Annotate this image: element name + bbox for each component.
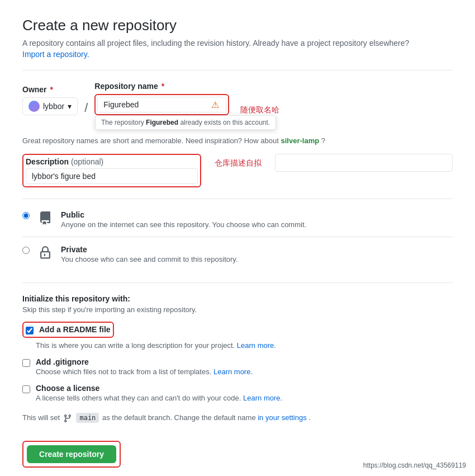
description-right-input[interactable]: [275, 154, 453, 172]
slash-separator: /: [82, 101, 90, 115]
owner-field: Owner * lybbor ▾: [22, 85, 78, 115]
private-label: Private: [61, 245, 238, 254]
owner-select[interactable]: lybbor ▾: [22, 97, 78, 115]
watermark: https://blog.csdn.net/qq_43569119: [363, 461, 466, 469]
description-section: Description (optional) 仓库描述自拟: [22, 154, 453, 187]
gitignore-label: Add .gitignore: [36, 357, 253, 366]
public-icon: [36, 209, 54, 227]
license-text: Choose a license A license tells others …: [36, 384, 282, 402]
public-label: Public: [61, 210, 306, 219]
repo-name-required: *: [159, 82, 164, 91]
readme-description: This is where you can write a long descr…: [36, 341, 453, 350]
warning-icon: ⚠: [207, 100, 224, 110]
gitignore-description: Choose which files not to track from a l…: [36, 367, 253, 376]
repo-name-field: Repository name * ⚠: [94, 82, 229, 115]
repo-name-input-container: ⚠: [97, 97, 226, 112]
private-radio[interactable]: [22, 247, 30, 254]
tooltip-repo-name: Figurebed: [146, 119, 178, 126]
owner-name: lybbor: [43, 102, 64, 111]
public-description: Anyone on the internet can see this repo…: [61, 220, 306, 229]
license-learn-more[interactable]: Learn more.: [243, 394, 282, 402]
readme-checkbox[interactable]: [26, 327, 34, 334]
init-title: Initialize this repository with:: [22, 294, 453, 303]
repo-name-highlight-box: ⚠: [94, 94, 229, 115]
repo-exists-tooltip: The repository Figurebed already exists …: [95, 115, 276, 130]
init-divider: [22, 282, 453, 283]
public-option: Public Anyone on the internet can see th…: [22, 210, 453, 237]
public-radio[interactable]: [22, 212, 30, 219]
import-link[interactable]: Import a repository.: [22, 50, 89, 59]
branch-badge: main: [76, 413, 99, 423]
license-description: A license tells others what they can and…: [36, 394, 282, 402]
private-description: You choose who can see and commit to thi…: [61, 255, 238, 263]
branch-settings-link[interactable]: in your settings: [258, 413, 306, 422]
section-divider: [22, 70, 453, 70]
readme-text: Add a README file: [39, 325, 111, 334]
private-text: Private You choose who can see and commi…: [61, 245, 238, 263]
owner-label: Owner *: [22, 85, 78, 94]
init-subtitle: Skip this step if you're importing an ex…: [22, 305, 453, 314]
page-title: Create a new repository: [22, 17, 453, 34]
gitignore-option: Add .gitignore Choose which files not to…: [22, 357, 453, 376]
visibility-divider: [22, 199, 453, 199]
readme-highlight-box: Add a README file: [22, 322, 114, 338]
repo-hint: Great repository names are short and mem…: [22, 136, 453, 145]
license-label: Choose a license: [36, 384, 282, 393]
visibility-section: Public Anyone on the internet can see th…: [22, 210, 453, 271]
repo-name-label: Repository name *: [94, 82, 229, 91]
description-optional: (optional): [71, 157, 103, 166]
owner-required: *: [48, 85, 53, 94]
chinese-note-desc: 仓库描述自拟: [208, 155, 268, 172]
page-subtitle: A repository contains all project files,…: [22, 39, 453, 48]
description-highlight-box: Description (optional): [22, 154, 201, 187]
branch-row: This will set main as the default branch…: [22, 413, 453, 423]
private-option: Private You choose who can see and commi…: [22, 245, 453, 271]
license-option: Choose a license A license tells others …: [22, 384, 453, 402]
chinese-note-name: 随便取名哈: [240, 105, 279, 115]
private-icon: [36, 244, 54, 262]
readme-learn-more[interactable]: Learn more.: [237, 341, 276, 350]
create-button-wrapper: Create repository: [22, 441, 121, 468]
create-repository-button[interactable]: Create repository: [27, 445, 116, 463]
description-input[interactable]: [26, 168, 198, 184]
public-text: Public Anyone on the internet can see th…: [61, 210, 306, 229]
owner-dropdown-arrow: ▾: [68, 102, 72, 111]
license-checkbox[interactable]: [22, 385, 30, 393]
repo-name-input[interactable]: [98, 97, 207, 112]
gitignore-text: Add .gitignore Choose which files not to…: [36, 357, 253, 376]
readme-label: Add a README file: [39, 325, 111, 334]
init-section: Initialize this repository with: Skip th…: [22, 294, 453, 402]
repo-suggestion-link[interactable]: silver-lamp: [281, 136, 319, 145]
gitignore-learn-more[interactable]: Learn more.: [213, 367, 253, 376]
description-label: Description: [26, 157, 69, 166]
gitignore-checkbox[interactable]: [22, 359, 30, 367]
owner-avatar: [28, 101, 40, 112]
readme-option: Add a README file: [22, 322, 453, 338]
